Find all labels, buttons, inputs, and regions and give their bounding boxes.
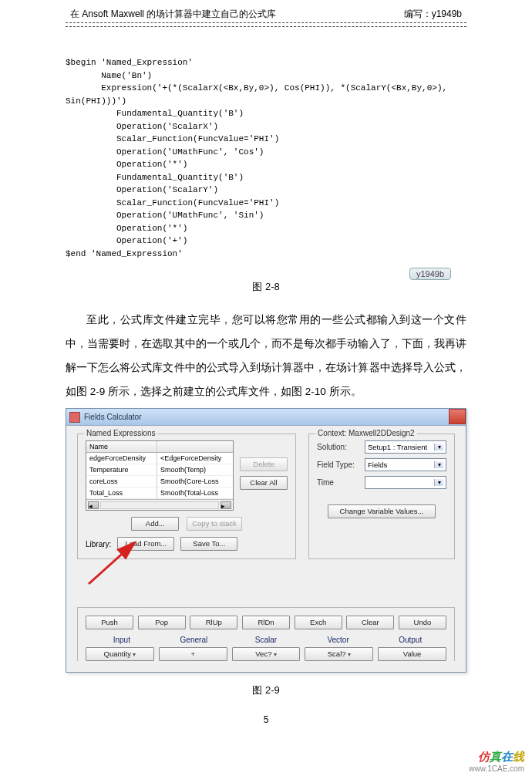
pop-button[interactable]: Pop — [138, 616, 186, 629]
doc-author: 编写：y1949b — [404, 8, 462, 21]
code-listing: $begin 'Named_Expression' Name('Bn') Exp… — [66, 56, 466, 260]
col-expr — [157, 441, 233, 452]
table-header: Name — [86, 441, 233, 453]
undo-button[interactable]: Undo — [399, 616, 446, 629]
load-from-button[interactable]: Load From... — [117, 537, 174, 551]
add-button[interactable]: Add... — [131, 517, 179, 531]
change-variable-values-button[interactable]: Change Variable Values... — [328, 504, 436, 518]
header-divider-2 — [66, 26, 466, 27]
plus-button[interactable]: + — [159, 647, 227, 661]
value-button[interactable]: Value — [378, 647, 446, 661]
figure-caption-2-9: 图 2-9 — [66, 683, 466, 697]
scroll-right-icon[interactable]: ▸ — [221, 501, 231, 509]
figure-caption-2-8: 图 2-8 — [66, 280, 466, 294]
context-label: Context: Maxwell2DDesign2 — [315, 429, 417, 437]
solution-combo[interactable]: Setup1 : Transient ▾ — [365, 440, 446, 454]
chevron-down-icon: ▾ — [434, 444, 443, 450]
named-expressions-group: Named Expressions Name edgeForceDensity — [77, 434, 296, 559]
named-expressions-table[interactable]: Name edgeForceDensity <EdgeForceDensity … — [86, 440, 234, 511]
doc-title: 在 Ansoft Maxwell 的场计算器中建立自己的公式库 — [70, 8, 276, 21]
field-type-label: Field Type: — [317, 461, 365, 469]
table-row[interactable]: edgeForceDensity <EdgeForceDensity — [86, 453, 233, 464]
clear-button[interactable]: Clear — [346, 616, 394, 629]
table-row[interactable]: Temperature Smooth(Temp) — [86, 464, 233, 476]
table-scrollbar[interactable]: ◂ ▸ — [86, 499, 233, 510]
context-group: Context: Maxwell2DDesign2 Solution: Setu… — [308, 434, 455, 559]
rldn-button[interactable]: RlDn — [242, 616, 290, 629]
push-button[interactable]: Push — [86, 616, 133, 629]
delete-button[interactable]: Delete — [240, 457, 288, 471]
time-label: Time — [317, 478, 365, 487]
page-number: 5 — [66, 714, 466, 725]
scal-dropdown[interactable]: Scal? — [305, 647, 373, 661]
col-name: Name — [86, 441, 157, 452]
vec-dropdown[interactable]: Vec? — [232, 647, 301, 661]
dialog-titlebar: Fields Calculator — [66, 409, 466, 426]
page-header: 在 Ansoft Maxwell 的场计算器中建立自己的公式库 编写：y1949… — [66, 8, 466, 21]
watermark-badge: y1949b — [409, 268, 451, 280]
table-row[interactable]: Total_Loss Smooth(Total-Loss — [86, 488, 233, 499]
body-paragraph: 至此，公式库文件建立完毕，您可以将您常用的一些公式都输入到这一个文件中，当需要时… — [66, 308, 466, 403]
dialog-title: Fields Calculator — [84, 413, 141, 421]
footer-url: www.1CAE.com — [469, 764, 524, 773]
app-icon — [69, 412, 80, 423]
quantity-dropdown[interactable]: Quantity — [86, 647, 154, 661]
footer-brand: 仿真在线 — [469, 750, 524, 764]
named-expressions-label: Named Expressions — [84, 429, 157, 437]
library-label: Library: — [86, 540, 111, 548]
copy-to-stack-button[interactable]: Copy to stack — [187, 517, 242, 531]
header-divider — [66, 22, 466, 23]
calculator-panel: Push Pop RlUp RlDn Exch Clear Undo Input… — [77, 607, 455, 661]
fields-calculator-dialog: Fields Calculator Named Expressions Name — [66, 408, 466, 673]
table-row[interactable]: coreLoss Smooth(Core-Loss — [86, 476, 233, 488]
chevron-down-icon: ▾ — [434, 479, 443, 486]
rlup-button[interactable]: RlUp — [190, 616, 237, 629]
chevron-down-icon: ▾ — [434, 461, 443, 468]
scroll-left-icon[interactable]: ◂ — [88, 501, 99, 509]
page-footer: 仿真在线 www.1CAE.com — [469, 750, 524, 773]
exch-button[interactable]: Exch — [295, 616, 342, 629]
calc-column-headers: Input General Scalar Vector Output — [86, 636, 446, 644]
solution-label: Solution: — [317, 443, 365, 451]
close-icon[interactable] — [449, 409, 466, 424]
field-type-combo[interactable]: Fields ▾ — [365, 458, 446, 471]
clear-all-button[interactable]: Clear All — [240, 476, 288, 490]
time-combo[interactable]: ▾ — [365, 476, 446, 489]
save-to-button[interactable]: Save To... — [180, 537, 237, 551]
